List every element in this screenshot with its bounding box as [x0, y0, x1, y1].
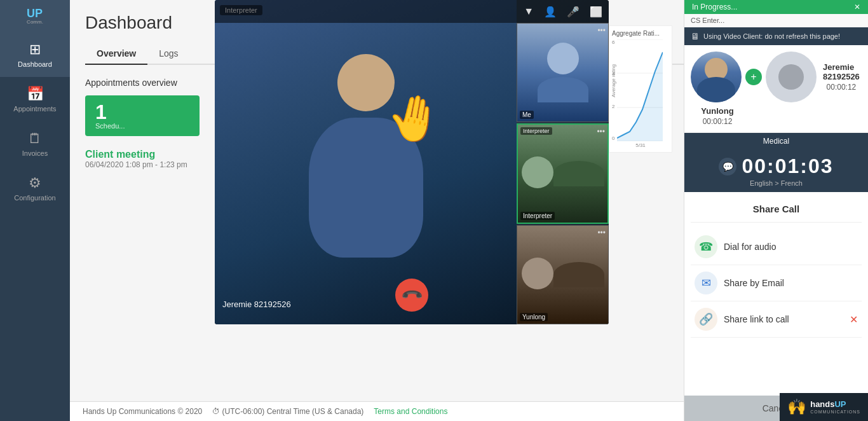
footer-timezone: ⏱ (UTC-06:00) Central Time (US & Canada) [212, 407, 363, 416]
video-users-icon[interactable]: 👤 [544, 6, 557, 18]
chart-y-low: 2 [612, 104, 614, 109]
thumbnail-yunlong[interactable]: ••• Yunlong [517, 225, 609, 324]
video-mic-icon[interactable]: 🎤 [567, 6, 580, 18]
add-person-button[interactable]: + [745, 69, 762, 85]
right-panel: In Progress... ✕ CS Enter... 🖥 Using Vid… [684, 0, 868, 421]
handsup-icon: 🙌 [787, 398, 806, 416]
svg-marker-4 [617, 52, 663, 141]
appointments-count-card: 1 Schedu... [85, 95, 200, 136]
handsup-logo-bottom: 🙌 handsUP COMMUNICATIONS [780, 393, 868, 421]
cs-enter-label: CS Enter... [691, 17, 724, 24]
share-item-dial[interactable]: ☎ Dial for audio [691, 229, 862, 265]
thumbnail-me[interactable]: ••• Me [517, 23, 609, 122]
monitor-icon: 🖥 [691, 31, 700, 41]
end-call-button[interactable]: 📞 [395, 279, 428, 312]
sidebar-label-appointments: Appointments [13, 105, 56, 113]
sidebar-label-invoices: Invoices [22, 149, 48, 157]
sidebar-item-appointments[interactable]: 📅 Appointments [0, 77, 70, 121]
medical-section: Medical [684, 133, 868, 149]
share-call-title: Share Call [691, 198, 862, 223]
share-item-link-label: Share link to call [724, 314, 789, 324]
timer-value: 00:01:03 [742, 155, 833, 178]
appointments-count: 1 [95, 102, 189, 122]
in-progress-close-icon[interactable]: ✕ [854, 3, 860, 11]
thumbnail-yunlong-menu[interactable]: ••• [597, 228, 606, 237]
share-item-email-label: Share by Email [724, 278, 784, 288]
avatar-jeremie [691, 52, 742, 102]
caller-jeremie-time: 00:00:12 [827, 83, 857, 92]
dial-audio-icon: ☎ [695, 235, 717, 258]
timer-language: English > French [750, 179, 803, 187]
video-overlay: ▼ 👤 🎤 ⬜ 🤚 ••• [215, 0, 609, 324]
video-warning: 🖥 Using Video Client: do not refresh thi… [684, 27, 868, 45]
avatar-yunlong [766, 52, 817, 102]
configuration-icon: ⚙ [29, 175, 41, 191]
sidebar: UP Comm. ⊞ Dashboard 📅 Appointments 🗒 In… [0, 0, 70, 421]
close-share-link-icon[interactable]: ✕ [850, 314, 858, 326]
thumbnail-yunlong-label: Yunlong [520, 313, 548, 321]
caller-yunlong-time: 00:00:12 [703, 117, 733, 126]
handsup-text: handsUP [810, 400, 860, 409]
invoices-icon: 🗒 [28, 130, 42, 147]
video-screen-icon[interactable]: ⬜ [590, 6, 602, 18]
footer-company: Hands Up Communications © 2020 [83, 407, 202, 416]
footer-terms[interactable]: Terms and Conditions [374, 407, 447, 416]
phone-icon: 📞 [400, 283, 423, 307]
interpreter-badge: Interpreter [520, 127, 552, 135]
chart-x-label: 5/31 [612, 142, 669, 148]
thumbnail-me-label: Me [520, 111, 534, 119]
chat-icon: 💬 [719, 158, 736, 176]
video-topbar: ▼ 👤 🎤 ⬜ [215, 0, 609, 23]
share-item-dial-label: Dial for audio [724, 242, 776, 252]
logo-sub: Comm. [27, 19, 43, 25]
thumbnail-interpreter-label: Interpreter [520, 212, 555, 220]
caller-yunlong-name: Yunlong [701, 106, 733, 116]
sidebar-item-invoices[interactable]: 🗒 Invoices [0, 121, 70, 166]
share-call-section: Share Call ☎ Dial for audio ✉ Share by E… [684, 192, 868, 396]
caller-info: + Jeremie 82192526 00:00:12 Yunlong 00:0… [684, 45, 868, 133]
logo-text: UP [27, 8, 43, 19]
share-item-link[interactable]: 🔗 Share link to call ✕ [691, 301, 862, 338]
video-warning-text: Using Video Client: do not refresh this … [703, 32, 840, 40]
rating-chart-svg [617, 39, 663, 141]
handsup-subtext: COMMUNICATIONS [810, 410, 860, 414]
in-progress-bar: In Progress... ✕ [684, 0, 868, 14]
thumbnail-interpreter-menu[interactable]: ••• [597, 127, 605, 136]
chart-area: Aggregate Rati... 6 4 2 0 5/31 Average r… [609, 25, 672, 153]
appointments-icon: 📅 [27, 86, 44, 102]
chart-y-max: 6 [612, 39, 614, 45]
tab-overview[interactable]: Overview [85, 43, 147, 65]
medical-label: Medical [763, 137, 789, 146]
thumbnail-me-menu[interactable]: ••• [597, 26, 606, 35]
dashboard-icon: ⊞ [29, 41, 41, 58]
chart-y-axis-label: Average rating [611, 64, 616, 97]
tab-logs[interactable]: Logs [147, 43, 189, 64]
chart-title: Aggregate Rati... [612, 30, 669, 37]
chart-y-zero: 0 [612, 135, 614, 141]
share-link-icon: 🔗 [695, 308, 717, 331]
timer-display: 💬 00:01:03 [719, 155, 833, 178]
thumbnail-panel: ••• Me Interpreter ••• Interpreter ••• [517, 23, 609, 324]
sidebar-logo: UP Comm. [0, 0, 70, 32]
sidebar-label-configuration: Configuration [14, 194, 55, 202]
cs-enter-bar: CS Enter... [684, 14, 868, 27]
sidebar-item-configuration[interactable]: ⚙ Configuration [0, 166, 70, 210]
appointments-count-label: Schedu... [95, 122, 189, 130]
share-email-icon: ✉ [695, 272, 717, 294]
main-video-label: Jeremie 82192526 [222, 300, 291, 309]
sidebar-label-dashboard: Dashboard [18, 60, 52, 68]
video-main: 🤚 ••• Me Interpreter ••• [215, 0, 609, 324]
timer-section: 💬 00:01:03 English > French [684, 149, 868, 192]
video-dropdown-icon[interactable]: ▼ [524, 6, 534, 17]
share-item-email[interactable]: ✉ Share by Email [691, 265, 862, 301]
sidebar-item-dashboard[interactable]: ⊞ Dashboard [0, 32, 70, 77]
caller-jeremie-name: Jeremie 82192526 [823, 62, 860, 81]
thumbnail-interpreter[interactable]: Interpreter ••• Interpreter [517, 123, 609, 224]
in-progress-label: In Progress... [692, 3, 737, 11]
